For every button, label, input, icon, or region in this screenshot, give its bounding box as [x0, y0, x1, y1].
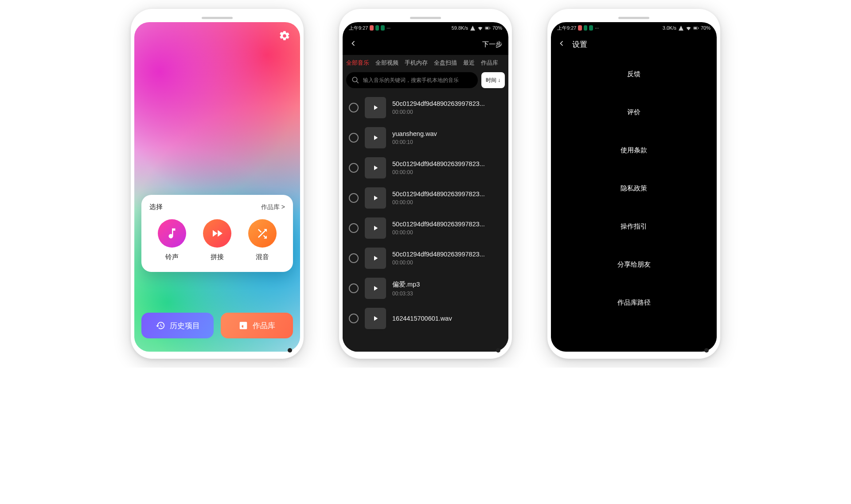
status-speed: 3.0K/s	[663, 25, 676, 31]
play-thumbnail[interactable]	[365, 157, 386, 178]
file-meta: 50c01294df9d4890263997823...00:00:00	[392, 251, 502, 266]
settings-item[interactable]: 隐私政策	[551, 169, 717, 207]
tool-mix[interactable]: 混音	[248, 219, 277, 261]
settings-item[interactable]: 操作指引	[551, 207, 717, 245]
tools-card: 选择 作品库 > 铃声 拼接 混音	[141, 195, 293, 272]
list-item[interactable]: 50c01294df9d4890263997823...00:00:00	[343, 213, 508, 243]
history-icon	[156, 321, 165, 330]
settings-item[interactable]: 分享给朋友	[551, 245, 717, 283]
library-button[interactable]: 作品库	[221, 313, 293, 338]
tool-ringtone[interactable]: 铃声	[158, 219, 186, 261]
list-item[interactable]: 50c01294df9d4890263997823...00:00:00	[343, 183, 508, 213]
file-name: 偏爱.mp3	[392, 280, 502, 289]
library-link[interactable]: 作品库 >	[261, 203, 285, 211]
history-label: 历史项目	[170, 321, 200, 331]
list-item[interactable]: 50c01294df9d4890263997823...00:00:00	[343, 93, 508, 123]
file-name: 50c01294df9d4890263997823...	[392, 251, 502, 258]
radio-button[interactable]	[349, 163, 359, 173]
svg-rect-6	[698, 27, 699, 29]
music-file-icon	[238, 321, 248, 330]
filter-tabs: 全部音乐 全部视频 手机内存 全盘扫描 最近 作品库	[343, 55, 508, 72]
wifi-icon	[686, 25, 691, 31]
tab-recent[interactable]: 最近	[463, 59, 475, 67]
list-item[interactable]: 50c01294df9d4890263997823...00:00:00	[343, 153, 508, 183]
file-duration: 00:03:33	[392, 291, 502, 297]
settings-item[interactable]: 使用条款	[551, 131, 717, 169]
status-bar: 上午9:27 ··· 3.0K/s 70%	[551, 22, 717, 34]
radio-button[interactable]	[349, 314, 359, 323]
list-item[interactable]: 1624415700601.wav	[343, 303, 508, 333]
radio-button[interactable]	[349, 223, 359, 233]
settings-item[interactable]: 反馈	[551, 55, 717, 93]
list-item[interactable]: yuansheng.wav00:00:10	[343, 123, 508, 153]
tool-label: 混音	[256, 253, 269, 261]
file-name: 50c01294df9d4890263997823...	[392, 190, 502, 198]
play-thumbnail[interactable]	[365, 97, 386, 118]
music-list[interactable]: 50c01294df9d4890263997823...00:00:00yuan…	[343, 93, 508, 352]
file-meta: 偏爱.mp300:03:33	[392, 280, 502, 297]
settings-button[interactable]	[279, 30, 290, 43]
play-thumbnail[interactable]	[365, 308, 386, 329]
radio-button[interactable]	[349, 253, 359, 263]
tool-label: 拼接	[211, 253, 224, 261]
radio-button[interactable]	[349, 133, 359, 143]
status-more: ···	[386, 25, 390, 31]
tab-full-scan[interactable]: 全盘扫描	[434, 59, 457, 67]
radio-button[interactable]	[349, 283, 359, 293]
play-icon	[371, 314, 379, 322]
back-button[interactable]	[557, 39, 566, 50]
tab-library[interactable]: 作品库	[481, 59, 498, 67]
svg-point-3	[352, 77, 357, 82]
play-thumbnail[interactable]	[365, 248, 386, 269]
list-item[interactable]: 50c01294df9d4890263997823...00:00:00	[343, 243, 508, 273]
gear-icon	[279, 30, 290, 42]
file-meta: 50c01294df9d4890263997823...00:00:00	[392, 100, 502, 115]
status-pill	[584, 25, 588, 31]
radio-button[interactable]	[349, 103, 359, 112]
status-battery: 70%	[492, 25, 502, 31]
back-button[interactable]	[349, 39, 358, 50]
status-time: 上午9:27	[557, 25, 576, 31]
play-thumbnail[interactable]	[365, 187, 386, 209]
file-meta: 1624415700601.wav	[392, 315, 502, 322]
svg-rect-7	[694, 27, 697, 29]
play-thumbnail[interactable]	[365, 278, 386, 299]
note-icon	[165, 227, 179, 240]
history-button[interactable]: 历史项目	[141, 313, 214, 338]
next-step-button[interactable]: 下一步	[482, 40, 502, 49]
phone-music-picker: 上午9:27 ··· 59.8K/s 70% 下一步 全部音乐 全部视频	[339, 9, 512, 359]
play-icon	[371, 254, 379, 262]
status-pill	[589, 25, 593, 31]
play-icon	[371, 134, 379, 142]
status-battery: 70%	[701, 25, 710, 31]
file-meta: 50c01294df9d4890263997823...00:00:00	[392, 190, 502, 205]
signal-icon	[678, 25, 684, 31]
settings-list: 反馈评价使用条款隐私政策操作指引分享给朋友作品库路径	[551, 55, 717, 352]
sort-button[interactable]: 时间 ↓	[481, 72, 505, 88]
tab-phone-storage[interactable]: 手机内存	[405, 59, 428, 67]
play-icon	[371, 104, 379, 112]
list-item[interactable]: 偏爱.mp300:03:33	[343, 273, 508, 303]
nav-bar: 下一步	[343, 34, 508, 55]
file-meta: yuansheng.wav00:00:10	[392, 130, 502, 145]
settings-item[interactable]: 评价	[551, 93, 717, 131]
status-more: ···	[595, 25, 599, 31]
file-meta: 50c01294df9d4890263997823...00:00:00	[392, 221, 502, 236]
tab-all-music[interactable]: 全部音乐	[346, 59, 369, 67]
tab-all-video[interactable]: 全部视频	[375, 59, 398, 67]
play-icon	[371, 164, 379, 172]
play-thumbnail[interactable]	[365, 217, 386, 239]
play-thumbnail[interactable]	[365, 127, 386, 148]
status-speed: 59.8K/s	[452, 25, 468, 31]
fast-forward-icon	[211, 227, 224, 240]
file-name: 50c01294df9d4890263997823...	[392, 221, 502, 228]
radio-button[interactable]	[349, 193, 359, 203]
play-icon	[371, 224, 379, 232]
tool-merge[interactable]: 拼接	[203, 219, 231, 261]
search-placeholder: 输入音乐的关键词，搜索手机本地的音乐	[363, 77, 459, 84]
settings-item[interactable]: 作品库路径	[551, 283, 717, 322]
svg-rect-2	[485, 27, 488, 29]
search-input[interactable]: 输入音乐的关键词，搜索手机本地的音乐	[346, 72, 478, 88]
play-icon	[371, 194, 379, 202]
status-app-icon	[578, 25, 582, 31]
